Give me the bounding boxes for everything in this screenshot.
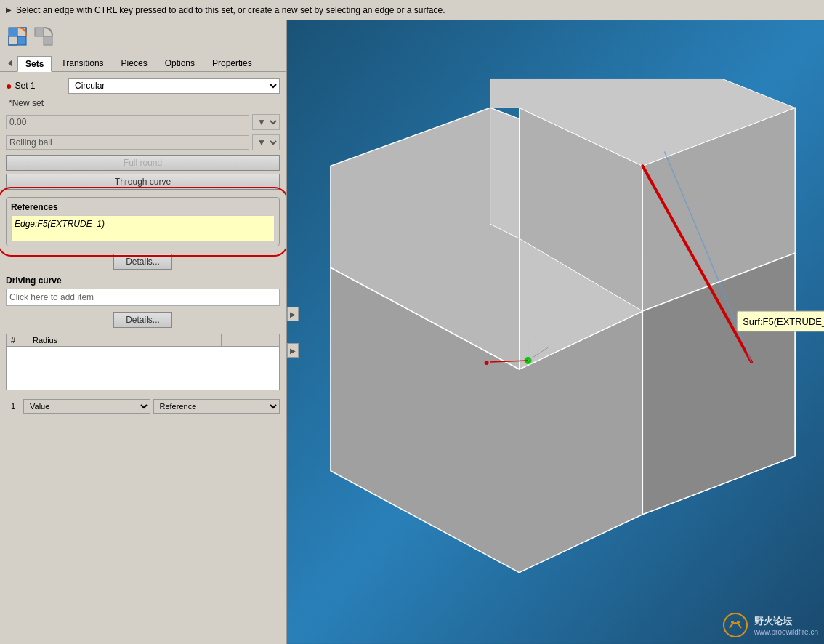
svg-rect-2 — [35, 28, 44, 36]
main-layout: Sets Transitions Pieces Options Properti… — [0, 20, 824, 644]
circular-select[interactable]: Circular — [68, 78, 280, 94]
svg-point-24 — [737, 621, 740, 624]
reference-select[interactable]: Reference — [153, 399, 280, 414]
radius-input[interactable] — [6, 115, 249, 129]
radius-input-row: ▼ — [6, 114, 280, 130]
tabs-row: Sets Transitions Pieces Options Properti… — [0, 52, 286, 72]
fillet-inactive-icon[interactable] — [32, 25, 55, 48]
driving-curve-title: Driving curve — [6, 275, 280, 286]
svg-point-23 — [731, 621, 734, 624]
full-round-button[interactable]: Full round — [6, 155, 280, 171]
tab-properties[interactable]: Properties — [204, 55, 260, 71]
rolling-ball-row: ▼ — [6, 134, 280, 150]
references-content: Edge:F5(EXTRUDE_1) — [11, 215, 275, 241]
watermark-text: 野火论坛 www.proewildfire.cn — [754, 615, 818, 636]
instruction-text: Select an edge with CTRL key pressed to … — [16, 5, 445, 15]
watermark-logo — [722, 612, 748, 638]
rolling-ball-select[interactable]: ▼ — [252, 134, 280, 150]
driving-curve-section: Driving curve Click here to add item — [6, 275, 280, 306]
table-header-empty — [222, 334, 280, 347]
table-empty-row — [7, 347, 280, 390]
details2-container: Details... — [6, 312, 280, 328]
tab-sets[interactable]: Sets — [17, 56, 52, 72]
watermark: 野火论坛 www.proewildfire.cn — [722, 612, 818, 638]
value-select[interactable]: Value — [23, 399, 150, 414]
set-bullet: ● — [6, 80, 12, 92]
set1-label: ● Set 1 — [6, 80, 64, 92]
set1-row: ● Set 1 Circular — [6, 78, 280, 94]
svg-rect-3 — [44, 36, 52, 45]
svg-rect-0 — [9, 28, 17, 36]
details2-button[interactable]: Details... — [113, 312, 172, 328]
instruction-bar: Select an edge with CTRL key pressed to … — [0, 0, 824, 20]
bottom-row: 1 Value Reference — [6, 396, 280, 414]
through-curve-button[interactable]: Through curve — [6, 174, 280, 190]
fillet-buttons: Full round Through curve — [6, 155, 280, 190]
radius-unit-select[interactable]: ▼ — [252, 114, 280, 130]
svg-point-22 — [724, 613, 747, 637]
viewport-arrow-top[interactable]: ▶ — [287, 307, 299, 321]
circular-dropdown-container: Circular — [68, 78, 280, 94]
tab-pieces[interactable]: Pieces — [113, 55, 155, 71]
set1-name: Set 1 — [15, 81, 35, 91]
details1-button[interactable]: Details... — [113, 254, 172, 270]
tab-options[interactable]: Options — [157, 55, 203, 71]
radius-table: # Radius — [6, 334, 280, 390]
table-header-num: # — [7, 334, 28, 347]
svg-point-19 — [485, 361, 489, 365]
watermark-name: 野火论坛 — [754, 615, 818, 628]
panel-content: ● Set 1 Circular *New set ▼ — [0, 72, 286, 644]
svg-text:Surf:F5(EXTRUDE_1): Surf:F5(EXTRUDE_1) — [743, 316, 824, 327]
table-header-radius: Radius — [28, 334, 222, 347]
viewport[interactable]: ▶ ▶ — [287, 20, 824, 644]
svg-marker-4 — [8, 60, 12, 67]
watermark-site: www.proewildfire.cn — [754, 628, 818, 636]
details1-container: Details... — [6, 254, 280, 270]
viewport-svg: Surf:F5(EXTRUDE_1) — [287, 20, 824, 644]
bottom-row-num: 1 — [6, 402, 20, 411]
reference-item: Edge:F5(EXTRUDE_1) — [15, 219, 271, 229]
toolbar — [0, 20, 286, 52]
tab-scroll-left[interactable] — [4, 57, 16, 69]
left-panel: Sets Transitions Pieces Options Properti… — [0, 20, 287, 644]
svg-rect-1 — [17, 36, 26, 45]
viewport-arrow-bottom[interactable]: ▶ — [287, 343, 299, 358]
fillet-active-icon[interactable] — [6, 25, 29, 48]
references-title: References — [11, 202, 275, 212]
new-set-label: *New set — [9, 98, 280, 108]
rolling-ball-input — [6, 135, 249, 150]
tab-transitions[interactable]: Transitions — [53, 55, 111, 71]
references-section: References Edge:F5(EXTRUDE_1) — [6, 197, 280, 246]
driving-curve-input[interactable]: Click here to add item — [6, 289, 280, 306]
